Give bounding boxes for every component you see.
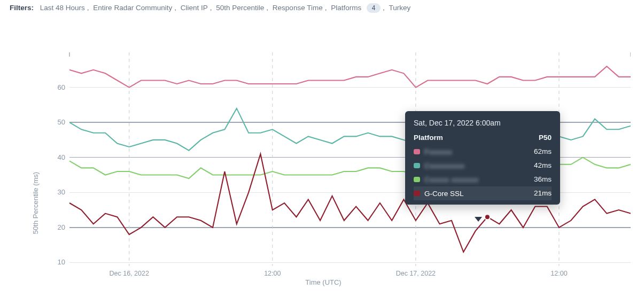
filter-pill[interactable]: Response Time (273, 4, 323, 12)
filters-label: Filters: (10, 4, 34, 12)
svg-text:30: 30 (58, 188, 65, 196)
swatch-icon (414, 163, 420, 168)
filter-platforms-label[interactable]: Platforms (331, 4, 361, 12)
filter-country[interactable]: Turkey (389, 4, 411, 12)
swatch-icon (414, 177, 420, 182)
tooltip-datetime: Sat, Dec 17, 2022 6:00am (414, 119, 552, 127)
svg-text:60: 60 (58, 83, 65, 91)
svg-text:50: 50 (58, 118, 65, 126)
svg-text:12:00: 12:00 (550, 270, 567, 277)
svg-text:Dec 17, 2022: Dec 17, 2022 (396, 270, 436, 277)
filter-pill[interactable]: Last 48 Hours (40, 4, 85, 12)
hover-marker (485, 214, 490, 220)
filters-bar: Filters: Last 48 Hours, Entire Radar Com… (10, 3, 412, 13)
tooltip-row-highlight: G-Core SSL 21ms (414, 186, 552, 200)
filter-pill[interactable]: Entire Radar Community (93, 4, 172, 12)
svg-text:40: 40 (58, 153, 65, 161)
svg-text:20: 20 (58, 223, 65, 231)
tooltip-pointer-icon (475, 217, 482, 222)
swatch-icon (414, 191, 420, 196)
filter-pill[interactable]: Client IP (181, 4, 208, 12)
tooltip-row: Cxxxxxxxxx 42ms (414, 159, 552, 173)
svg-text:12:00: 12:00 (264, 270, 281, 277)
svg-text:10: 10 (58, 258, 65, 266)
x-ticks: Dec 16, 202212:00Dec 17, 202212:00 (110, 270, 568, 277)
svg-text:Dec 16, 2022: Dec 16, 2022 (110, 270, 149, 277)
tooltip-table: Platform P50 Fxxxxxx 62ms Cxxxxxxxxx 42m… (414, 131, 552, 200)
platforms-count-badge[interactable]: 4 (367, 3, 381, 13)
tooltip-row: Cxxxxx xxxxxxx 36ms (414, 173, 552, 186)
chart[interactable]: 50th Percentile (ms) Time (UTC) 10203040… (16, 43, 631, 294)
swatch-icon (414, 149, 420, 154)
tooltip-row: Fxxxxxx 62ms (414, 145, 552, 159)
filter-pill[interactable]: 50th Percentile (216, 4, 264, 12)
y-ticks: 102030405060 (58, 83, 65, 267)
tooltip-head-value: P50 (522, 131, 552, 145)
tooltip: Sat, Dec 17, 2022 6:00am Platform P50 Fx… (405, 111, 560, 205)
tooltip-head-platform: Platform (414, 131, 522, 145)
y-axis-label: 50th Percentile (ms) (32, 172, 40, 234)
